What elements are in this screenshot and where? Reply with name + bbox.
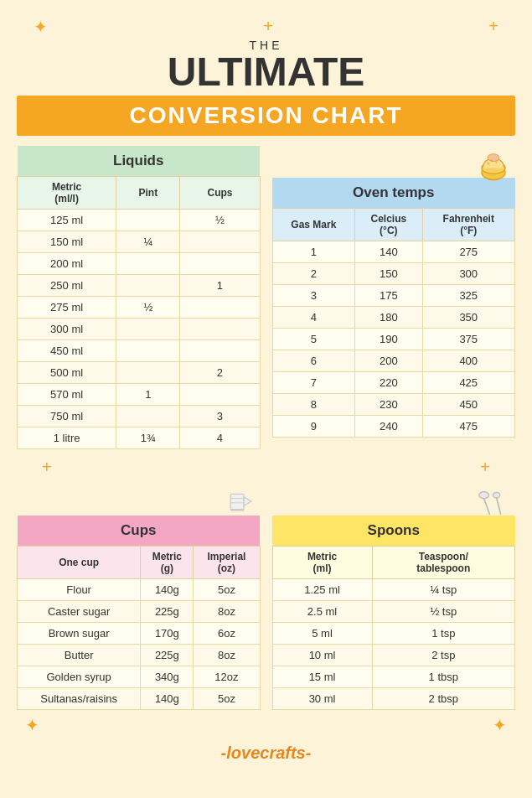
svg-point-5 — [491, 159, 493, 162]
header-ultimate: ULTIMATE — [17, 52, 515, 92]
liquids-col-2: Cups — [180, 177, 260, 210]
spoons-table: Spoons Metric(ml) Teaspoon/tablespoon 1.… — [272, 516, 516, 710]
table-row: Flour140g5oz — [18, 579, 261, 601]
table-row: 4180350 — [272, 307, 515, 329]
spoons-col-1: Teaspoon/tablespoon — [372, 547, 514, 579]
spoons-col-0: Metric(ml) — [272, 547, 372, 579]
table-row: Caster sugar225g8oz — [18, 601, 261, 623]
table-row: 6200400 — [272, 350, 515, 372]
svg-point-4 — [495, 161, 498, 163]
svg-rect-10 — [230, 509, 244, 511]
oven-col-1: Celcius(°C) — [355, 209, 422, 241]
table-row: 150 ml¼ — [18, 231, 261, 253]
deco-plus-tl: ✦ — [34, 17, 48, 37]
table-row: 200 ml — [18, 253, 261, 275]
table-row: Golden syrup340g12oz — [18, 666, 261, 688]
liquids-col-1: Pint — [116, 177, 180, 210]
liquids-table: Liquids Metric(ml/l) Pint Cups 125 ml½15… — [17, 146, 261, 449]
table-row: 125 ml½ — [18, 210, 261, 231]
table-row: 7220425 — [272, 372, 515, 394]
spoons-icon — [470, 484, 512, 521]
table-row: 8230450 — [272, 394, 515, 416]
svg-point-13 — [493, 492, 500, 498]
deco-plus-br: ✦ — [493, 715, 507, 735]
svg-line-12 — [484, 499, 490, 514]
cups-table: Cups One cup Metric(g) Imperial(oz) Flou… — [17, 516, 261, 710]
svg-line-14 — [497, 498, 501, 514]
table-row: 3175325 — [272, 285, 515, 307]
spoons-section: Spoons Metric(ml) Teaspoon/tablespoon 1.… — [272, 484, 516, 710]
oven-col-2: Fahrenheit(°F) — [422, 209, 515, 241]
table-row: 9240475 — [272, 416, 515, 438]
cups-section: Cups One cup Metric(g) Imperial(oz) Flou… — [17, 484, 261, 710]
table-row: 570 ml1 — [18, 384, 261, 406]
table-row: 1140275 — [272, 241, 515, 263]
table-row: 1 litre1¾4 — [18, 428, 261, 449]
svg-rect-6 — [230, 494, 244, 510]
liquids-section: Liquids Metric(ml/l) Pint Cups 125 ml½15… — [17, 146, 261, 449]
table-row: Sultanas/raisins140g5oz — [18, 688, 261, 710]
cups-col-0: One cup — [18, 547, 141, 579]
table-row: 2.5 ml½ tsp — [272, 601, 515, 623]
table-row: 2150300 — [272, 263, 515, 285]
deco-plus-ml: + — [42, 458, 52, 477]
table-row: Brown sugar170g6oz — [18, 623, 261, 645]
header: ✦ + + THE ULTIMATE CONVERSION CHART — [17, 17, 515, 136]
deco-plus-tc: + — [263, 17, 273, 37]
deco-plus-bl: ✦ — [25, 715, 39, 735]
deco-plus-tr: + — [488, 17, 498, 37]
cups-col-1: Metric(g) — [141, 547, 194, 579]
deco-plus-mr: + — [480, 458, 490, 477]
cups-col-2: Imperial(oz) — [194, 547, 260, 579]
oven-col-0: Gas Mark — [272, 209, 355, 241]
table-row: Butter225g8oz — [18, 645, 261, 666]
table-row: 30 ml2 tbsp — [272, 688, 515, 710]
table-row: 450 ml — [18, 340, 261, 362]
table-row: 750 ml3 — [18, 406, 261, 428]
header-conversion-bar: CONVERSION CHART — [17, 96, 515, 136]
liquids-title: Liquids — [18, 146, 261, 177]
table-row: 250 ml1 — [18, 275, 261, 297]
muffin-icon — [475, 146, 512, 183]
svg-marker-7 — [244, 497, 251, 506]
brand: -lovecrafts- — [17, 744, 515, 763]
table-row: 5 ml1 tsp — [272, 623, 515, 645]
oven-section: Oven temps Gas Mark Celcius(°C) Fahrenhe… — [272, 146, 516, 449]
svg-point-3 — [487, 162, 490, 165]
table-row: 300 ml — [18, 319, 261, 340]
oven-table: Oven temps Gas Mark Celcius(°C) Fahrenhe… — [272, 178, 516, 438]
table-row: 500 ml2 — [18, 362, 261, 384]
measuring-cup-icon — [220, 484, 257, 521]
table-row: 275 ml½ — [18, 297, 261, 319]
svg-point-11 — [479, 492, 489, 499]
svg-point-2 — [488, 154, 499, 162]
table-row: 10 ml2 tsp — [272, 645, 515, 666]
table-row: 5190375 — [272, 329, 515, 350]
table-row: 15 ml1 tbsp — [272, 666, 515, 688]
table-row: 1.25 ml¼ tsp — [272, 579, 515, 601]
liquids-col-0: Metric(ml/l) — [18, 177, 116, 210]
